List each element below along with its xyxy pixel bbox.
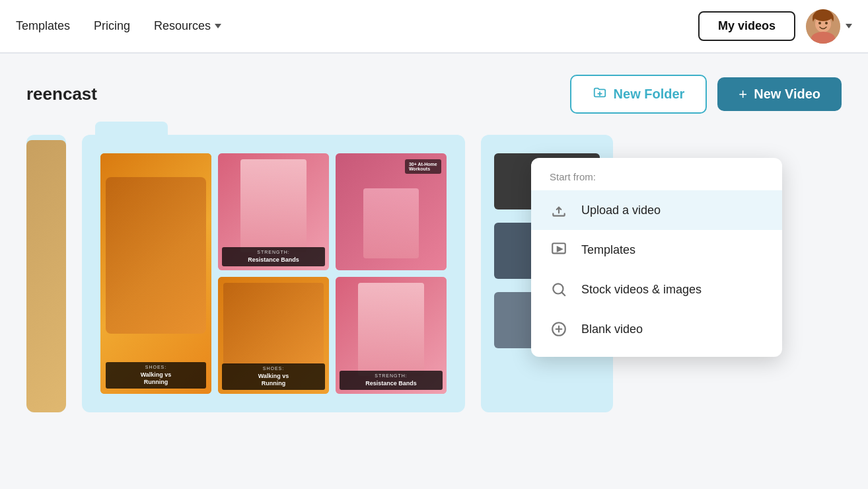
plus-icon: + [739, 87, 747, 102]
dropdown-upload-label: Upload a video [581, 204, 661, 217]
new-video-label: New Video [754, 87, 820, 102]
dropdown-title: Start from: [531, 171, 782, 190]
thumb-resistance-top: STRENGTH: Resistance Bands [218, 153, 329, 270]
upload-icon [550, 201, 568, 219]
folder-1-grid: SHOES: Walking vsRunning STRENGTH: Resis… [100, 153, 447, 394]
template-icon [550, 241, 568, 259]
svg-point-4 [818, 22, 821, 24]
content-area: reencast New Folder + New Video [0, 54, 868, 433]
nav-resources-label: Resources [154, 19, 211, 33]
search-icon [550, 280, 568, 299]
top-bar: reencast New Folder + New Video [26, 75, 842, 114]
thumb-label-walking-small: SHOES: Walking vsRunning [222, 363, 325, 390]
user-avatar-wrapper[interactable] [806, 9, 852, 44]
svg-point-6 [814, 11, 832, 21]
dropdown-stock[interactable]: Stock videos & images [531, 270, 782, 309]
thumb-label-resistance-top: STRENGTH: Resistance Bands [222, 247, 325, 266]
nav-pricing[interactable]: Pricing [94, 19, 130, 33]
svg-point-5 [825, 22, 828, 24]
dropdown-templates[interactable]: Templates [531, 230, 782, 270]
my-videos-button[interactable]: My videos [698, 11, 795, 41]
avatar-chevron-icon [846, 24, 852, 28]
nav-templates[interactable]: Templates [16, 19, 70, 33]
dropdown-blank-video[interactable]: Blank video [531, 309, 782, 349]
folder-add-icon [593, 85, 607, 103]
page-title: reencast [26, 84, 97, 104]
dropdown-templates-label: Templates [581, 243, 635, 257]
new-folder-label: New Folder [614, 87, 685, 102]
chevron-down-icon [215, 24, 221, 28]
new-video-dropdown: Start from: Upload a video Templates [531, 158, 782, 357]
new-folder-button[interactable]: New Folder [570, 75, 707, 114]
avatar-icon [806, 9, 840, 44]
thumb-resistance-bottom: STRENGTH: Resistance Bands [336, 277, 447, 394]
thumb-workout: 30+ At-HomeWorkouts [336, 153, 447, 270]
blank-video-plus-icon [550, 320, 568, 338]
thumb-walking-running-tall: SHOES: Walking vsRunning [100, 153, 211, 394]
nav: Templates Pricing Resources [16, 19, 698, 33]
thumb-label-walking: SHOES: Walking vsRunning [106, 362, 206, 389]
header-right: My videos [698, 9, 852, 44]
header: Templates Pricing Resources My videos [0, 0, 868, 53]
thumb-label-resistance-bottom: STRENGTH: Resistance Bands [340, 371, 443, 390]
folder-card-left-partial [26, 135, 66, 412]
dropdown-blank-label: Blank video [581, 322, 643, 336]
avatar [806, 9, 840, 44]
new-video-button[interactable]: + New Video [717, 77, 842, 111]
dropdown-upload-video[interactable]: Upload a video [531, 190, 782, 230]
thumb-walking-running-small: SHOES: Walking vsRunning [218, 277, 329, 394]
folder-card-1: SHOES: Walking vsRunning STRENGTH: Resis… [82, 135, 465, 412]
svg-marker-11 [558, 247, 562, 252]
nav-resources[interactable]: Resources [154, 19, 221, 33]
dropdown-stock-label: Stock videos & images [581, 283, 702, 297]
